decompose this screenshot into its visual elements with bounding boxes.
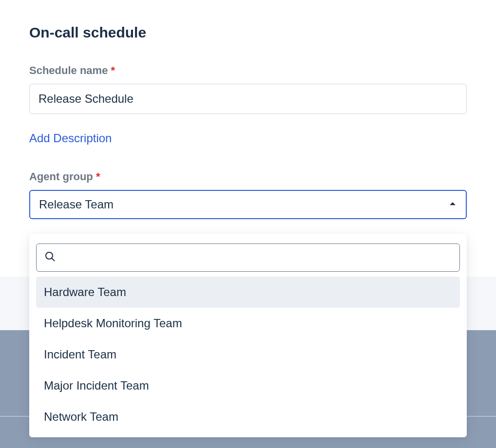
svg-line-1 <box>52 258 55 261</box>
required-mark: * <box>111 64 115 76</box>
dropdown-option[interactable]: Incident Team <box>36 339 460 370</box>
dropdown-option[interactable]: Network Team <box>36 401 460 432</box>
dropdown-search-input[interactable] <box>62 251 452 264</box>
schedule-name-input[interactable] <box>29 84 467 114</box>
schedule-name-label: Schedule name * <box>29 64 467 77</box>
dropdown-option[interactable]: Hardware Team <box>36 277 460 308</box>
agent-group-label: Agent group * <box>29 170 467 183</box>
page-title: On-call schedule <box>29 24 467 41</box>
required-mark: * <box>96 170 100 183</box>
agent-group-dropdown: Hardware Team Helpdesk Monitoring Team I… <box>29 234 467 437</box>
add-description-link[interactable]: Add Description <box>29 131 112 145</box>
schedule-name-label-text: Schedule name <box>29 64 108 76</box>
chevron-up-icon <box>448 198 457 211</box>
agent-group-select[interactable]: Release Team <box>29 190 467 219</box>
svg-point-0 <box>46 252 53 259</box>
dropdown-option[interactable]: Major Incident Team <box>36 370 460 401</box>
agent-group-label-text: Agent group <box>29 170 93 183</box>
dropdown-option[interactable]: Helpdesk Monitoring Team <box>36 308 460 339</box>
agent-group-selected-value: Release Team <box>39 198 114 211</box>
search-icon <box>44 251 56 264</box>
dropdown-search-wrapper[interactable] <box>36 243 460 272</box>
form-container: On-call schedule Schedule name * Add Des… <box>0 0 496 219</box>
